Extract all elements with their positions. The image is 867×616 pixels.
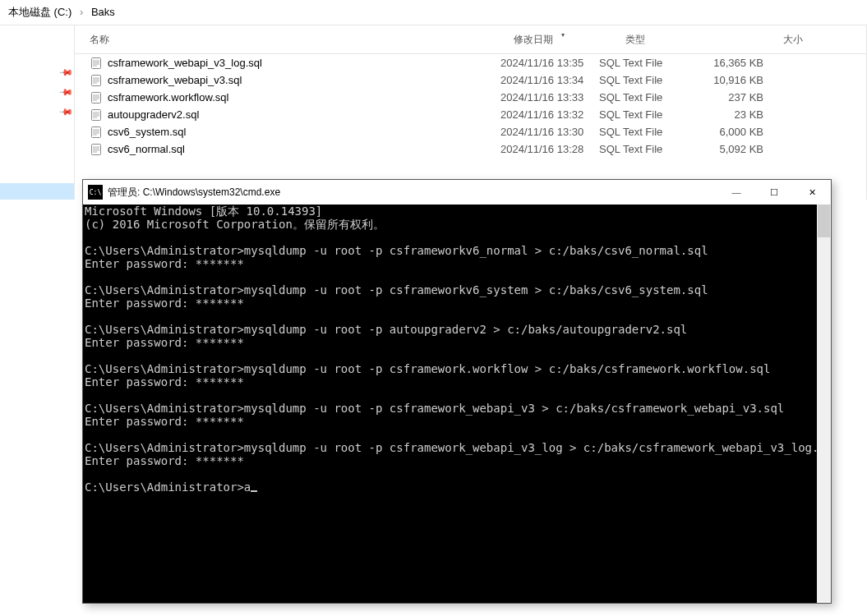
file-icon xyxy=(90,74,103,87)
file-icon xyxy=(90,91,103,104)
file-size: 237 KB xyxy=(689,91,763,103)
cursor xyxy=(251,490,257,492)
cmd-output[interactable]: Microsoft Windows [版本 10.0.14393] (c) 20… xyxy=(83,205,817,603)
scrollbar[interactable] xyxy=(817,205,831,603)
column-headers: 名称 ▾修改日期 类型 大小 xyxy=(75,25,866,54)
file-size: 6,000 KB xyxy=(689,126,763,138)
cmd-titlebar[interactable]: C:\ 管理员: C:\Windows\system32\cmd.exe — ☐… xyxy=(83,180,831,205)
file-name: csv6_normal.sql xyxy=(108,143,185,155)
file-type: SQL Text File xyxy=(599,91,689,103)
minimize-button[interactable]: — xyxy=(717,180,755,205)
breadcrumb-item[interactable]: Baks xyxy=(91,6,115,18)
file-row[interactable]: csframework_webapi_v3_log.sql2024/11/16 … xyxy=(75,54,866,71)
file-size: 5,092 KB xyxy=(689,143,763,155)
file-row[interactable]: csv6_system.sql2024/11/16 13:30SQL Text … xyxy=(75,123,866,140)
file-name: csframework.workflow.sql xyxy=(108,91,228,103)
file-date: 2024/11/16 13:33 xyxy=(500,91,599,103)
file-date: 2024/11/16 13:35 xyxy=(500,57,599,69)
file-icon xyxy=(90,57,103,70)
breadcrumb-item[interactable]: 本地磁盘 (C:) xyxy=(8,6,71,18)
svg-rect-3 xyxy=(92,109,101,120)
file-type: SQL Text File xyxy=(599,57,689,69)
svg-rect-1 xyxy=(92,75,101,85)
pin-icon: 📌 xyxy=(0,106,74,126)
scrollbar-thumb[interactable] xyxy=(818,205,830,237)
selected-nav-item[interactable] xyxy=(0,183,74,200)
file-icon xyxy=(90,126,103,139)
cmd-window[interactable]: C:\ 管理员: C:\Windows\system32\cmd.exe — ☐… xyxy=(82,179,832,604)
chevron-right-icon: › xyxy=(80,0,83,25)
column-header-size[interactable]: 大小 xyxy=(722,33,809,47)
file-icon xyxy=(90,143,103,156)
file-size: 16,365 KB xyxy=(689,57,763,69)
file-row[interactable]: csframework_webapi_v3.sql2024/11/16 13:3… xyxy=(75,71,866,89)
column-header-type[interactable]: 类型 xyxy=(619,33,722,47)
file-date: 2024/11/16 13:32 xyxy=(500,108,599,121)
file-list-pane: 名称 ▾修改日期 类型 大小 csframework_webapi_v3_log… xyxy=(74,25,867,200)
file-name: csframework_webapi_v3.sql xyxy=(108,74,242,86)
column-header-name[interactable]: 名称 xyxy=(75,33,507,47)
file-date: 2024/11/16 13:30 xyxy=(500,126,599,138)
cmd-title-text: 管理员: C:\Windows\system32\cmd.exe xyxy=(108,186,717,200)
svg-rect-0 xyxy=(92,57,101,68)
file-size: 10,916 KB xyxy=(689,74,763,86)
file-type: SQL Text File xyxy=(599,143,689,155)
file-date: 2024/11/16 13:34 xyxy=(500,74,599,86)
breadcrumb[interactable]: 本地磁盘 (C:) › Baks xyxy=(0,0,867,25)
close-button[interactable]: ✕ xyxy=(793,180,831,205)
column-header-date[interactable]: ▾修改日期 xyxy=(507,33,619,47)
file-type: SQL Text File xyxy=(599,126,689,138)
file-row[interactable]: autoupgraderv2.sql2024/11/16 13:32SQL Te… xyxy=(75,106,866,123)
file-icon xyxy=(90,108,103,122)
svg-rect-5 xyxy=(92,144,101,154)
file-name: autoupgraderv2.sql xyxy=(108,108,199,121)
cmd-icon: C:\ xyxy=(88,185,103,200)
maximize-button[interactable]: ☐ xyxy=(755,180,793,205)
file-date: 2024/11/16 13:28 xyxy=(500,143,599,155)
pin-icon: 📌 xyxy=(0,86,74,106)
file-row[interactable]: csv6_normal.sql2024/11/16 13:28SQL Text … xyxy=(75,140,866,158)
file-type: SQL Text File xyxy=(599,108,689,121)
file-name: csframework_webapi_v3_log.sql xyxy=(108,57,262,69)
file-type: SQL Text File xyxy=(599,74,689,86)
svg-rect-2 xyxy=(92,92,101,103)
quick-access-rail: 📌 📌 📌 xyxy=(0,25,74,200)
file-size: 23 KB xyxy=(689,108,763,121)
file-name: csv6_system.sql xyxy=(108,126,186,138)
sort-desc-icon: ▾ xyxy=(561,31,565,39)
file-row[interactable]: csframework.workflow.sql2024/11/16 13:33… xyxy=(75,89,866,106)
pin-icon: 📌 xyxy=(0,67,74,86)
svg-rect-4 xyxy=(92,126,101,137)
